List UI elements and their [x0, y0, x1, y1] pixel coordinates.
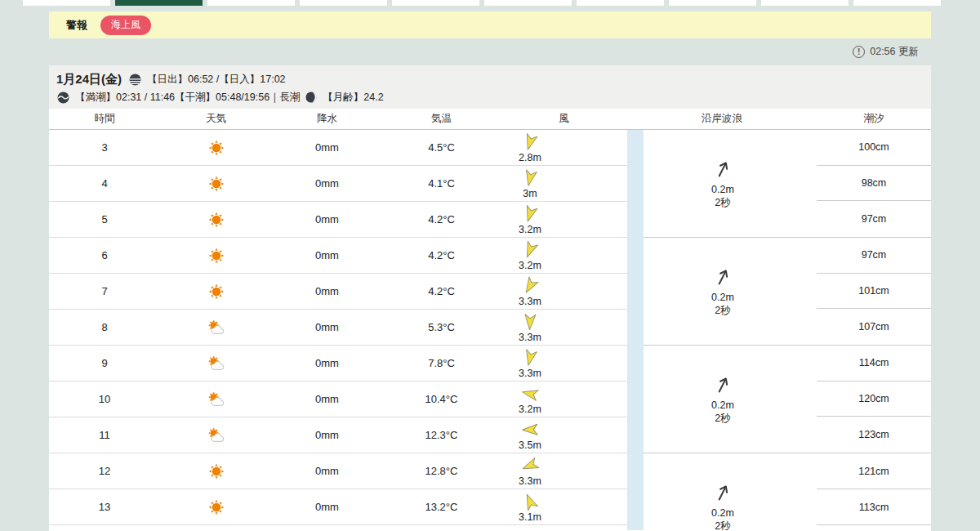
weather-icon-sunny: [160, 462, 272, 480]
tide-column: 97cm101cm107cm: [817, 238, 931, 345]
nav-tab-9[interactable]: [853, 0, 941, 6]
tide-cell: 97cm: [817, 201, 931, 237]
wind-speed-label: 3.3m: [519, 368, 541, 379]
wave-period-label: 2秒: [715, 412, 730, 425]
hour-row-13: 13 0mm 13.2°C 3.1m: [49, 489, 627, 525]
precip-cell: 0mm: [272, 177, 382, 190]
temp-cell: 12.3°C: [382, 429, 501, 441]
temp-cell: 7.8°C: [382, 357, 501, 369]
nav-tab-4[interactable]: [392, 0, 479, 6]
time-cell: 3: [49, 141, 160, 154]
wind-direction-arrow-icon: [520, 456, 540, 478]
wind-direction-arrow-icon: [520, 240, 540, 262]
temp-cell: 4.2°C: [382, 213, 501, 225]
precip-cell: 0mm: [272, 393, 382, 405]
nav-tab-2[interactable]: [207, 0, 295, 6]
wave-period-label: 2秒: [715, 520, 730, 530]
temp-cell: 10.4°C: [382, 393, 501, 405]
tide-times-label: 【満潮】02:31 / 11:46【干潮】05:48/19:56｜長潮: [75, 91, 300, 105]
nav-tab-7[interactable]: [669, 0, 756, 6]
time-cell: 8: [49, 321, 160, 333]
wave-height-label: 0.2m: [711, 506, 734, 520]
table-column-header: 時間天気降水気温風沿岸波浪潮汐: [49, 109, 931, 130]
wind-speed-label: 3.2m: [519, 260, 541, 271]
nav-tab-6[interactable]: [577, 0, 664, 6]
nav-tab-5[interactable]: [484, 0, 572, 6]
weather-icon-sunny: [160, 283, 272, 301]
precip-cell: 0mm: [272, 321, 382, 333]
tide-cell: 101cm: [817, 274, 931, 310]
time-cell: 4: [49, 177, 160, 190]
column-header-2: 降水: [272, 112, 382, 126]
wave-group-2: 0.2m 2秒 114cm120cm123cm: [644, 346, 931, 453]
wave-direction-arrow-icon: [712, 158, 733, 183]
wave-group-0: 0.2m 2秒 100cm98cm97cm: [644, 130, 931, 238]
tide-cell: 97cm: [817, 238, 931, 274]
hour-row-8: 8 0mm 5.3°C 3.3m: [49, 310, 627, 346]
hour-row-7: 7 0mm 4.2°C 3.3m: [49, 274, 627, 310]
weather-icon-sunny: [160, 211, 272, 229]
nav-tab-1[interactable]: [115, 0, 203, 6]
moon-phase-icon: [305, 91, 318, 104]
tide-cell: 98cm: [817, 166, 931, 202]
tide-cell: 114cm: [817, 346, 931, 382]
wind-direction-arrow-icon: [520, 276, 540, 298]
highlight-band: [627, 130, 644, 530]
wind-speed-label: 2.8m: [519, 152, 541, 163]
wind-direction-arrow-icon: [520, 420, 540, 442]
wind-cell: 3.2m: [501, 384, 627, 415]
wind-direction-arrow-icon: [520, 492, 540, 514]
wind-cell: 3.3m: [501, 276, 627, 307]
tide-column: 121cm113cm: [817, 453, 931, 530]
precip-cell: 0mm: [272, 249, 382, 261]
wind-speed-label: 3.2m: [519, 404, 541, 415]
wind-speed-label: 3.5m: [519, 440, 541, 451]
wave-tide-groups: 0.2m 2秒 100cm98cm97cm 0.2m 2秒 97cm101cm1…: [644, 130, 931, 530]
nav-tab-8[interactable]: [761, 0, 849, 6]
wind-speed-label: 3.2m: [519, 224, 541, 235]
wave-icon: [56, 91, 70, 105]
weather-icon-sunny: [160, 139, 272, 157]
weather-icon-sunny: [160, 175, 272, 193]
wind-cell: 3.2m: [501, 240, 627, 271]
wave-height-label: 0.2m: [711, 183, 734, 196]
weather-forecast-page: 警報 海上風 ! 02:56 更新 1月24日(金) 【日出】06:52 /【日…: [0, 0, 980, 531]
update-time-label: 02:56 更新: [870, 45, 919, 59]
tide-cell: 121cm: [817, 453, 931, 489]
weather-icon-sun-cloud: [160, 426, 272, 445]
forecast-card: 1月24日(金) 【日出】06:52 /【日入】17:02 【満潮】02:31 …: [49, 65, 931, 531]
precip-cell: 0mm: [272, 141, 382, 154]
tide-column: 114cm120cm123cm: [817, 346, 931, 453]
info-circle-icon[interactable]: !: [853, 46, 865, 58]
temp-cell: 4.2°C: [382, 249, 501, 261]
coastal-wave-cell: 0.2m 2秒: [644, 238, 817, 345]
time-cell: 6: [49, 249, 160, 261]
temp-cell: 4.5°C: [382, 141, 501, 154]
hour-row-3: 3 0mm 4.5°C 2.8m: [49, 130, 627, 166]
wind-cell: 3.3m: [501, 348, 627, 379]
wave-group-3: 0.2m 2秒 121cm113cm: [644, 453, 931, 530]
precip-cell: 0mm: [272, 429, 382, 441]
time-cell: 10: [49, 393, 160, 405]
wind-cell: 3.3m: [501, 312, 627, 343]
wind-cell: 3.1m: [501, 492, 627, 523]
coastal-wave-cell: 0.2m 2秒: [644, 130, 817, 237]
date-label: 1月24日(金): [56, 72, 122, 87]
nav-tab-3[interactable]: [300, 0, 387, 6]
forecast-table-body: 3 0mm 4.5°C 2.8m4 0mm 4.1°C 3m5 0mm 4.2°…: [49, 130, 931, 530]
alert-badge-marine-wind[interactable]: 海上風: [100, 16, 151, 35]
precip-cell: 0mm: [272, 501, 382, 513]
wave-period-label: 2秒: [715, 304, 730, 317]
time-cell: 13: [49, 501, 160, 513]
sunrise-sunset-icon: [128, 73, 142, 87]
weather-icon-sun-cloud: [160, 354, 272, 373]
weather-icon-sunny: [160, 498, 272, 516]
tide-cell: 120cm: [817, 382, 931, 417]
wind-speed-label: 3.1m: [519, 511, 541, 523]
hour-row-11: 11 0mm 12.3°C 3.5m: [49, 417, 627, 453]
column-header-3: 気温: [382, 112, 501, 126]
temp-cell: 12.8°C: [382, 465, 501, 477]
update-info: ! 02:56 更新: [853, 45, 919, 59]
wave-direction-arrow-icon: [712, 266, 733, 291]
nav-tab-0[interactable]: [23, 0, 110, 6]
